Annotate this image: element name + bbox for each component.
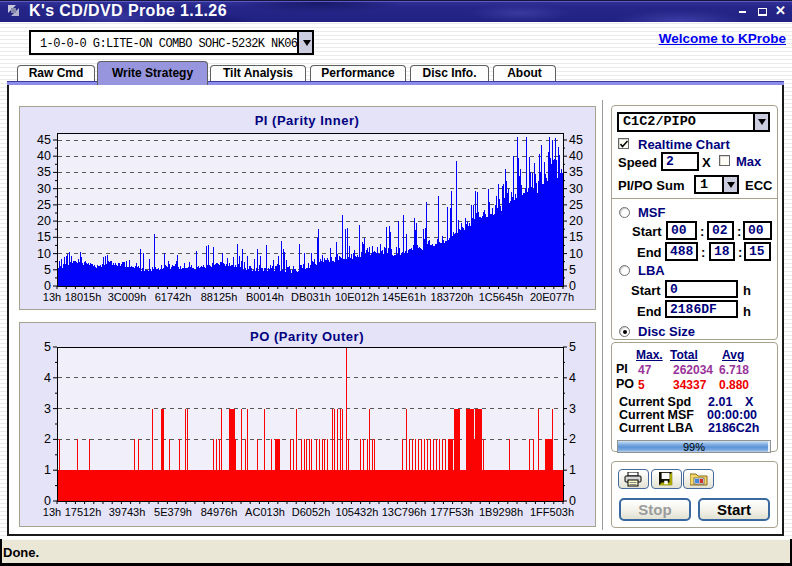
svg-text:40: 40 <box>37 149 51 163</box>
svg-text:B0014h: B0014h <box>246 291 284 303</box>
svg-text:10E012h: 10E012h <box>335 291 379 303</box>
svg-text:13h: 13h <box>43 506 61 518</box>
svg-text:5: 5 <box>44 263 51 277</box>
svg-text:84976h: 84976h <box>201 506 238 518</box>
svg-text:1B9298h: 1B9298h <box>479 506 523 518</box>
svg-text:5: 5 <box>569 340 576 354</box>
svg-text:PO (Parity Outer): PO (Parity Outer) <box>250 329 364 344</box>
svg-text:25: 25 <box>569 198 583 212</box>
svg-text:177F53h: 177F53h <box>430 506 473 518</box>
svg-text:20E077h: 20E077h <box>530 291 574 303</box>
svg-text:5: 5 <box>569 263 576 277</box>
svg-text:61742h: 61742h <box>155 291 192 303</box>
svg-text:AC013h: AC013h <box>245 506 285 518</box>
svg-text:88125h: 88125h <box>201 291 238 303</box>
svg-text:30: 30 <box>569 182 583 196</box>
svg-text:30: 30 <box>37 182 51 196</box>
svg-text:17512h: 17512h <box>65 506 102 518</box>
svg-text:3: 3 <box>569 402 576 416</box>
svg-text:105432h: 105432h <box>336 506 379 518</box>
svg-text:5: 5 <box>44 340 51 354</box>
svg-text:10: 10 <box>37 247 51 261</box>
svg-text:13h: 13h <box>43 291 61 303</box>
svg-text:25: 25 <box>37 198 51 212</box>
svg-text:1FF503h: 1FF503h <box>530 506 574 518</box>
svg-text:40: 40 <box>569 149 583 163</box>
svg-text:45: 45 <box>37 133 51 147</box>
svg-text:D6052h: D6052h <box>292 506 331 518</box>
svg-text:35: 35 <box>569 165 583 179</box>
svg-text:18015h: 18015h <box>65 291 102 303</box>
svg-text:4: 4 <box>44 371 51 385</box>
svg-text:DB031h: DB031h <box>291 291 331 303</box>
svg-text:3: 3 <box>44 402 51 416</box>
svg-text:4: 4 <box>569 371 576 385</box>
svg-text:2: 2 <box>44 432 51 446</box>
svg-text:13C796h: 13C796h <box>382 506 427 518</box>
svg-text:1: 1 <box>569 463 576 477</box>
svg-text:3C009h: 3C009h <box>108 291 147 303</box>
svg-text:2: 2 <box>569 432 576 446</box>
svg-text:1C5645h: 1C5645h <box>479 291 524 303</box>
svg-text:45: 45 <box>569 133 583 147</box>
svg-text:15: 15 <box>569 230 583 244</box>
svg-text:39743h: 39743h <box>109 506 146 518</box>
svg-text:35: 35 <box>37 165 51 179</box>
svg-text:10: 10 <box>569 247 583 261</box>
svg-text:1: 1 <box>44 463 51 477</box>
svg-text:20: 20 <box>569 214 583 228</box>
svg-text:183720h: 183720h <box>431 291 474 303</box>
svg-text:20: 20 <box>37 214 51 228</box>
svg-text:15: 15 <box>37 230 51 244</box>
svg-text:145E61h: 145E61h <box>382 291 426 303</box>
svg-text:5E379h: 5E379h <box>154 506 192 518</box>
svg-text:PI (Parity Inner): PI (Parity Inner) <box>255 113 360 128</box>
